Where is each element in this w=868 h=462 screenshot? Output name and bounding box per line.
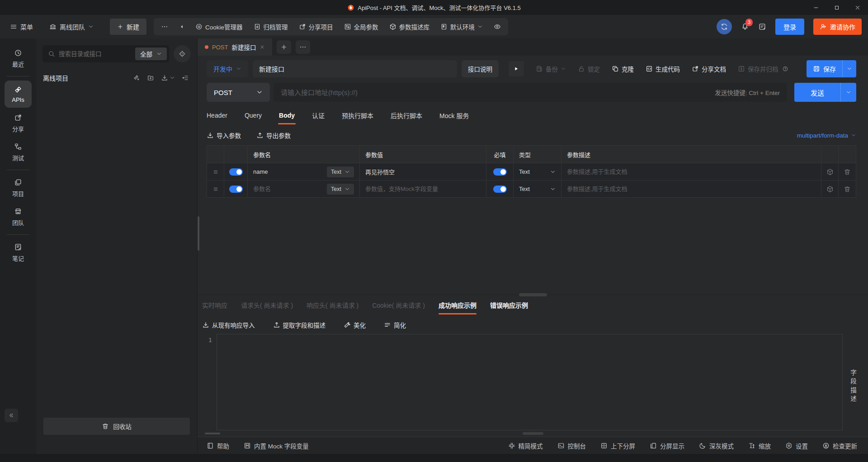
environment-selector[interactable]: 默认环境 (440, 22, 483, 31)
description-library-icon[interactable] (826, 168, 834, 176)
notifications-button[interactable]: 3 (741, 22, 749, 32)
send-button[interactable]: 发送 (794, 83, 840, 102)
sidebar-item-notes[interactable]: 笔记 (5, 239, 32, 266)
tab-query[interactable]: Query (245, 112, 262, 124)
search-box[interactable]: 全部 (42, 45, 169, 62)
sidebar-item-test[interactable]: 测试 (5, 138, 32, 166)
import-from-response-button[interactable]: 从现有响应导入 (202, 320, 255, 329)
back-icon[interactable] (179, 24, 184, 29)
tab-more-button[interactable] (296, 40, 310, 54)
clone-button[interactable]: 克隆 (612, 64, 634, 73)
required-toggle[interactable] (493, 168, 507, 176)
tab-header[interactable]: Header (207, 112, 227, 124)
splitter-handle[interactable] (519, 293, 547, 296)
add-api-icon[interactable] (133, 74, 140, 81)
split-screen-button[interactable]: 分屏显示 (650, 441, 684, 450)
vertical-split-button[interactable]: 上下分屏 (600, 441, 635, 450)
description-library-icon[interactable] (826, 186, 834, 193)
method-select[interactable]: POST (207, 83, 270, 102)
tab-request-headers[interactable]: 请求头( 尚未请求 ) (241, 300, 293, 314)
sidebar-item-recent[interactable]: 最近 (5, 45, 32, 72)
enable-toggle[interactable] (229, 168, 243, 176)
mock-variables-button[interactable]: 内置 Mock 字段变量 (244, 441, 309, 450)
new-tab-button[interactable] (277, 40, 291, 54)
tab-error-example[interactable]: 错误响应示例 (490, 300, 528, 314)
dark-mode-button[interactable]: 深灰模式 (699, 441, 734, 450)
enable-toggle[interactable] (229, 186, 243, 193)
sidebar-item-apis[interactable]: APIs (5, 81, 32, 108)
sidebar-item-team[interactable]: 团队 (5, 203, 32, 230)
param-desc-input[interactable] (567, 168, 816, 175)
export-params-button[interactable]: 导出参数 (256, 131, 291, 140)
content-type-select[interactable]: multipart/form-data (797, 132, 856, 139)
share-project-button[interactable]: 分享项目 (299, 22, 333, 31)
collapse-sidebar-button[interactable] (5, 409, 18, 422)
sidebar-item-projects[interactable]: 项目 (5, 174, 32, 201)
settings-button[interactable]: 设置 (785, 441, 808, 450)
name-type-select[interactable]: Text (327, 167, 354, 177)
help-button[interactable]: 帮助 (207, 441, 229, 450)
delete-row-icon[interactable] (844, 186, 851, 193)
code-editor-area[interactable] (217, 334, 843, 431)
tab-success-example[interactable]: 成功响应示例 (439, 300, 476, 314)
pane-splitter[interactable] (198, 295, 868, 295)
drag-handle-icon[interactable] (212, 186, 219, 193)
vertical-scrollbar-thumb[interactable] (198, 216, 199, 251)
global-params-button[interactable]: 全局参数 (344, 22, 378, 31)
generate-code-button[interactable]: 生成代码 (646, 64, 680, 73)
cookie-manager-button[interactable]: Cookie管理器 (195, 22, 243, 31)
extract-fields-button[interactable]: 提取字段和描述 (273, 320, 326, 329)
param-name-input[interactable] (253, 186, 323, 192)
archive-manager-button[interactable]: 归档管理 (254, 22, 288, 31)
param-name-input[interactable] (253, 168, 323, 175)
import-menu[interactable] (161, 74, 175, 81)
field-description-panel-tab[interactable]: 字段描述 (843, 334, 863, 431)
tab-pre-script[interactable]: 预执行脚本 (342, 111, 373, 125)
send-options-button[interactable] (840, 83, 856, 102)
search-filter-select[interactable]: 全部 (135, 48, 167, 60)
save-archive-button[interactable]: 保存并归档 (738, 64, 778, 73)
tab-cookie[interactable]: Cookie( 尚未请求 ) (372, 300, 425, 314)
sync-button[interactable] (717, 19, 732, 34)
console-button[interactable]: 控制台 (557, 441, 586, 450)
invite-button[interactable]: 邀请协作 (813, 19, 862, 35)
save-button[interactable]: 保存 (807, 60, 842, 77)
api-status-select[interactable]: 开发中 (207, 60, 248, 77)
check-update-button[interactable]: 检查更新 (822, 441, 857, 450)
required-toggle[interactable] (493, 186, 507, 193)
param-value-input[interactable] (365, 186, 481, 192)
add-folder-icon[interactable] (147, 74, 154, 81)
help-icon[interactable] (782, 66, 788, 72)
tab-new-api[interactable]: POST 新建接口 (198, 38, 272, 56)
param-value-input[interactable] (365, 168, 481, 175)
splitter-handle[interactable] (523, 432, 543, 435)
delete-row-icon[interactable] (844, 168, 851, 176)
backup-button[interactable]: 备份 (536, 64, 566, 73)
save-options-button[interactable] (842, 60, 856, 77)
close-tab-icon[interactable] (259, 44, 265, 50)
team-switcher[interactable]: 离线团队 (49, 22, 94, 31)
param-desc-input[interactable] (567, 186, 816, 192)
eye-icon[interactable] (494, 23, 501, 30)
feedback-icon[interactable] (758, 23, 766, 31)
search-input[interactable] (59, 51, 132, 57)
simplify-button[interactable]: 简化 (384, 320, 406, 329)
tab-auth[interactable]: 认证 (312, 111, 325, 125)
type-select[interactable]: Text (514, 181, 561, 197)
type-select[interactable]: Text (514, 163, 561, 180)
run-button[interactable] (509, 61, 524, 76)
param-library-button[interactable]: 参数描述库 (389, 22, 430, 31)
share-doc-button[interactable]: 分享文档 (692, 64, 726, 73)
drag-handle-icon[interactable] (212, 168, 219, 176)
login-button[interactable]: 登录 (775, 19, 804, 35)
api-tree[interactable] (36, 87, 197, 413)
url-field[interactable]: 发送快捷键: Ctrl + Enter (274, 83, 787, 102)
tab-response-headers[interactable]: 响应头( 尚未请求 ) (307, 300, 359, 314)
tab-mock-service[interactable]: Mock 服务 (439, 111, 469, 125)
menu-button[interactable]: 菜单 (10, 22, 33, 31)
new-button[interactable]: 新建 (110, 19, 146, 35)
lock-button[interactable]: 锁定 (578, 64, 600, 73)
more-icon[interactable] (161, 23, 168, 30)
url-input[interactable] (281, 89, 709, 96)
zoom-button[interactable]: 缩放 (748, 441, 771, 450)
